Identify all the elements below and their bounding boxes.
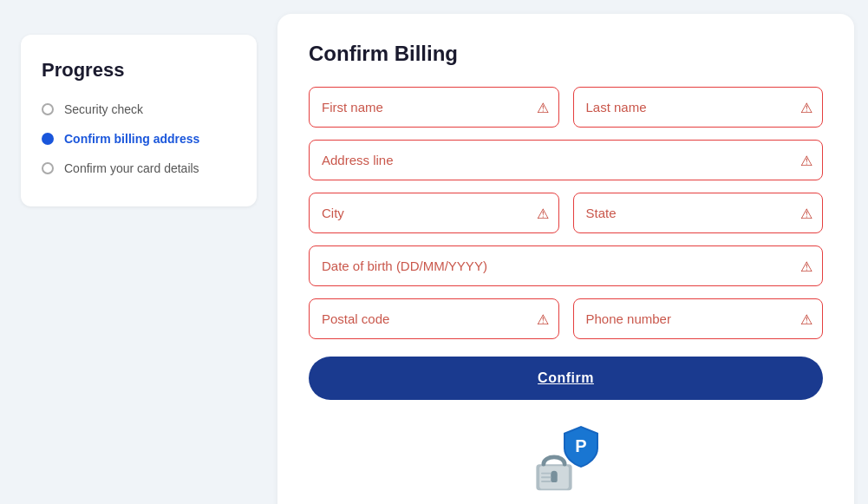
svg-point-3 [551, 471, 558, 478]
last-name-field: ⚠ [573, 87, 824, 128]
step-dot-billing [42, 133, 54, 145]
step-dot-card [42, 162, 54, 174]
step-label-billing: Confirm billing address [64, 132, 199, 146]
step-dot-security [42, 103, 54, 115]
last-name-input[interactable] [573, 87, 824, 128]
step-label-card: Confirm your card details [64, 161, 199, 175]
sidebar: Progress Security check Confirm billing … [0, 0, 277, 504]
lock-shield-icon: P [532, 424, 601, 494]
form-title: Confirm Billing [309, 42, 823, 66]
address-field: ⚠ [309, 140, 823, 180]
address-input[interactable] [309, 140, 823, 180]
dob-input[interactable] [309, 245, 823, 286]
progress-title: Progress [42, 59, 236, 82]
step-label-security: Security check [64, 102, 143, 116]
main-content: Confirm Billing ⚠ ⚠ ⚠ ⚠ ⚠ ⚠ [277, 14, 854, 504]
dob-field: ⚠ [309, 245, 823, 286]
phone-input[interactable] [573, 298, 824, 339]
postal-field: ⚠ [309, 298, 559, 339]
step-confirm-billing: Confirm billing address [42, 132, 236, 146]
state-input[interactable] [573, 193, 824, 233]
sidebar-card: Progress Security check Confirm billing … [21, 35, 257, 206]
svg-rect-4 [541, 473, 551, 475]
svg-text:P: P [575, 436, 586, 455]
security-badge: P [309, 424, 823, 494]
step-security-check: Security check [42, 102, 236, 116]
step-confirm-card: Confirm your card details [42, 161, 236, 175]
row-dob: ⚠ [309, 245, 823, 286]
state-field: ⚠ [573, 193, 824, 233]
row-city-state: ⚠ ⚠ [309, 193, 823, 233]
progress-steps: Security check Confirm billing address C… [42, 102, 236, 175]
phone-field: ⚠ [573, 298, 824, 339]
first-name-input[interactable] [309, 87, 559, 128]
shield-icon: P [561, 424, 601, 469]
svg-rect-5 [541, 476, 551, 478]
postal-input[interactable] [309, 298, 559, 339]
row-name: ⚠ ⚠ [309, 87, 823, 128]
row-postal-phone: ⚠ ⚠ [309, 298, 823, 339]
city-input[interactable] [309, 193, 559, 233]
first-name-field: ⚠ [309, 87, 559, 128]
city-field: ⚠ [309, 193, 559, 233]
svg-rect-6 [541, 481, 551, 482]
confirm-button[interactable]: Confirm [309, 357, 823, 400]
row-address: ⚠ [309, 140, 823, 180]
